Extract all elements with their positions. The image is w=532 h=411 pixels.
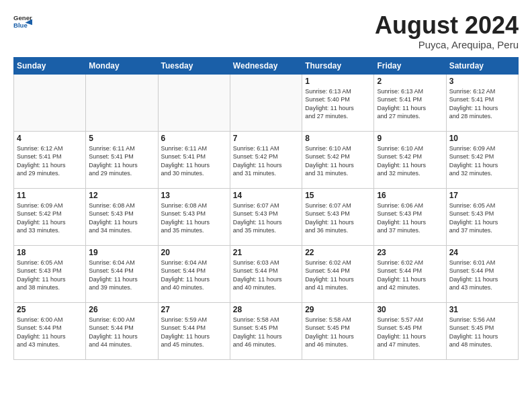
day-info: Sunrise: 6:05 AM Sunset: 5:43 PM Dayligh… xyxy=(449,201,515,235)
day-number: 6 xyxy=(161,134,227,143)
table-row: 24Sunrise: 6:01 AM Sunset: 5:44 PM Dayli… xyxy=(446,245,518,302)
day-info: Sunrise: 6:04 AM Sunset: 5:44 PM Dayligh… xyxy=(161,259,227,292)
day-number: 30 xyxy=(377,305,443,314)
table-row: 19Sunrise: 6:04 AM Sunset: 5:44 PM Dayli… xyxy=(86,245,158,302)
day-number: 24 xyxy=(449,248,515,257)
subtitle: Puyca, Arequipa, Peru xyxy=(375,39,519,50)
table-row: 4Sunrise: 6:12 AM Sunset: 5:41 PM Daylig… xyxy=(14,131,86,188)
col-friday: Friday xyxy=(374,57,446,74)
day-number: 27 xyxy=(161,305,227,314)
table-row: 1Sunrise: 6:13 AM Sunset: 5:40 PM Daylig… xyxy=(302,74,374,131)
day-info: Sunrise: 6:09 AM Sunset: 5:42 PM Dayligh… xyxy=(449,144,515,178)
day-info: Sunrise: 6:06 AM Sunset: 5:43 PM Dayligh… xyxy=(377,201,443,235)
day-number: 3 xyxy=(449,77,515,86)
day-number: 29 xyxy=(305,305,371,314)
table-row xyxy=(230,74,302,131)
col-sunday: Sunday xyxy=(14,57,86,74)
logo: General Blue xyxy=(13,12,32,31)
day-number: 13 xyxy=(161,191,227,200)
day-info: Sunrise: 6:00 AM Sunset: 5:44 PM Dayligh… xyxy=(17,316,83,349)
week-row-2: 4Sunrise: 6:12 AM Sunset: 5:41 PM Daylig… xyxy=(14,131,519,188)
table-row: 3Sunrise: 6:12 AM Sunset: 5:41 PM Daylig… xyxy=(446,74,518,131)
day-number: 4 xyxy=(17,134,83,143)
table-row: 5Sunrise: 6:11 AM Sunset: 5:41 PM Daylig… xyxy=(86,131,158,188)
table-row: 13Sunrise: 6:08 AM Sunset: 5:43 PM Dayli… xyxy=(158,188,230,245)
week-row-1: 1Sunrise: 6:13 AM Sunset: 5:40 PM Daylig… xyxy=(14,74,519,131)
table-row: 11Sunrise: 6:09 AM Sunset: 5:42 PM Dayli… xyxy=(14,188,86,245)
table-row xyxy=(14,74,86,131)
table-row xyxy=(158,74,230,131)
logo-icon: General Blue xyxy=(13,12,32,31)
day-info: Sunrise: 6:09 AM Sunset: 5:42 PM Dayligh… xyxy=(17,201,83,235)
table-row: 20Sunrise: 6:04 AM Sunset: 5:44 PM Dayli… xyxy=(158,245,230,302)
table-row: 29Sunrise: 5:58 AM Sunset: 5:45 PM Dayli… xyxy=(302,302,374,359)
week-row-5: 25Sunrise: 6:00 AM Sunset: 5:44 PM Dayli… xyxy=(14,302,519,359)
table-row: 7Sunrise: 6:11 AM Sunset: 5:42 PM Daylig… xyxy=(230,131,302,188)
col-saturday: Saturday xyxy=(446,57,518,74)
day-info: Sunrise: 5:56 AM Sunset: 5:45 PM Dayligh… xyxy=(449,316,515,349)
day-info: Sunrise: 6:11 AM Sunset: 5:41 PM Dayligh… xyxy=(161,144,227,178)
table-row: 9Sunrise: 6:10 AM Sunset: 5:42 PM Daylig… xyxy=(374,131,446,188)
day-number: 25 xyxy=(17,305,83,314)
day-number: 14 xyxy=(233,191,299,200)
table-row: 27Sunrise: 5:59 AM Sunset: 5:44 PM Dayli… xyxy=(158,302,230,359)
day-info: Sunrise: 6:07 AM Sunset: 5:43 PM Dayligh… xyxy=(305,201,371,235)
day-info: Sunrise: 6:00 AM Sunset: 5:44 PM Dayligh… xyxy=(89,316,154,349)
day-info: Sunrise: 6:07 AM Sunset: 5:43 PM Dayligh… xyxy=(233,201,299,235)
day-info: Sunrise: 6:01 AM Sunset: 5:44 PM Dayligh… xyxy=(449,259,515,292)
day-info: Sunrise: 6:02 AM Sunset: 5:44 PM Dayligh… xyxy=(305,259,371,292)
day-number: 21 xyxy=(233,248,299,257)
day-number: 5 xyxy=(89,134,154,143)
day-info: Sunrise: 6:05 AM Sunset: 5:43 PM Dayligh… xyxy=(17,259,83,292)
table-row: 8Sunrise: 6:10 AM Sunset: 5:42 PM Daylig… xyxy=(302,131,374,188)
day-number: 9 xyxy=(377,134,443,143)
day-number: 22 xyxy=(305,248,371,257)
table-row: 23Sunrise: 6:02 AM Sunset: 5:44 PM Dayli… xyxy=(374,245,446,302)
table-row: 12Sunrise: 6:08 AM Sunset: 5:43 PM Dayli… xyxy=(86,188,158,245)
day-info: Sunrise: 6:12 AM Sunset: 5:41 PM Dayligh… xyxy=(17,144,83,178)
table-row: 16Sunrise: 6:06 AM Sunset: 5:43 PM Dayli… xyxy=(374,188,446,245)
day-info: Sunrise: 5:58 AM Sunset: 5:45 PM Dayligh… xyxy=(305,316,371,349)
col-thursday: Thursday xyxy=(302,57,374,74)
day-number: 18 xyxy=(17,248,83,257)
day-info: Sunrise: 6:03 AM Sunset: 5:44 PM Dayligh… xyxy=(233,259,299,292)
svg-text:Blue: Blue xyxy=(13,21,28,29)
table-row xyxy=(86,74,158,131)
day-info: Sunrise: 6:10 AM Sunset: 5:42 PM Dayligh… xyxy=(377,144,443,178)
day-number: 1 xyxy=(305,77,371,86)
day-number: 17 xyxy=(449,191,515,200)
day-number: 20 xyxy=(161,248,227,257)
table-row: 31Sunrise: 5:56 AM Sunset: 5:45 PM Dayli… xyxy=(446,302,518,359)
day-number: 28 xyxy=(233,305,299,314)
day-info: Sunrise: 6:13 AM Sunset: 5:41 PM Dayligh… xyxy=(377,87,443,121)
page: General Blue August 2024 Puyca, Arequipa… xyxy=(0,0,532,411)
day-info: Sunrise: 5:59 AM Sunset: 5:44 PM Dayligh… xyxy=(161,316,227,349)
day-number: 8 xyxy=(305,134,371,143)
week-row-3: 11Sunrise: 6:09 AM Sunset: 5:42 PM Dayli… xyxy=(14,188,519,245)
day-number: 2 xyxy=(377,77,443,86)
day-number: 10 xyxy=(449,134,515,143)
day-info: Sunrise: 6:10 AM Sunset: 5:42 PM Dayligh… xyxy=(305,144,371,178)
calendar: Sunday Monday Tuesday Wednesday Thursday… xyxy=(13,57,519,360)
day-number: 19 xyxy=(89,248,154,257)
table-row: 14Sunrise: 6:07 AM Sunset: 5:43 PM Dayli… xyxy=(230,188,302,245)
day-info: Sunrise: 6:04 AM Sunset: 5:44 PM Dayligh… xyxy=(89,259,154,292)
day-number: 16 xyxy=(377,191,443,200)
table-row: 26Sunrise: 6:00 AM Sunset: 5:44 PM Dayli… xyxy=(86,302,158,359)
col-wednesday: Wednesday xyxy=(230,57,302,74)
day-number: 11 xyxy=(17,191,83,200)
table-row: 30Sunrise: 5:57 AM Sunset: 5:45 PM Dayli… xyxy=(374,302,446,359)
week-row-4: 18Sunrise: 6:05 AM Sunset: 5:43 PM Dayli… xyxy=(14,245,519,302)
table-row: 21Sunrise: 6:03 AM Sunset: 5:44 PM Dayli… xyxy=(230,245,302,302)
table-row: 2Sunrise: 6:13 AM Sunset: 5:41 PM Daylig… xyxy=(374,74,446,131)
col-tuesday: Tuesday xyxy=(158,57,230,74)
day-info: Sunrise: 5:58 AM Sunset: 5:45 PM Dayligh… xyxy=(233,316,299,349)
day-info: Sunrise: 6:12 AM Sunset: 5:41 PM Dayligh… xyxy=(449,87,515,121)
day-number: 31 xyxy=(449,305,515,314)
table-row: 6Sunrise: 6:11 AM Sunset: 5:41 PM Daylig… xyxy=(158,131,230,188)
table-row: 25Sunrise: 6:00 AM Sunset: 5:44 PM Dayli… xyxy=(14,302,86,359)
day-info: Sunrise: 6:11 AM Sunset: 5:42 PM Dayligh… xyxy=(233,144,299,178)
table-row: 17Sunrise: 6:05 AM Sunset: 5:43 PM Dayli… xyxy=(446,188,518,245)
table-row: 15Sunrise: 6:07 AM Sunset: 5:43 PM Dayli… xyxy=(302,188,374,245)
day-info: Sunrise: 6:13 AM Sunset: 5:40 PM Dayligh… xyxy=(305,87,371,121)
